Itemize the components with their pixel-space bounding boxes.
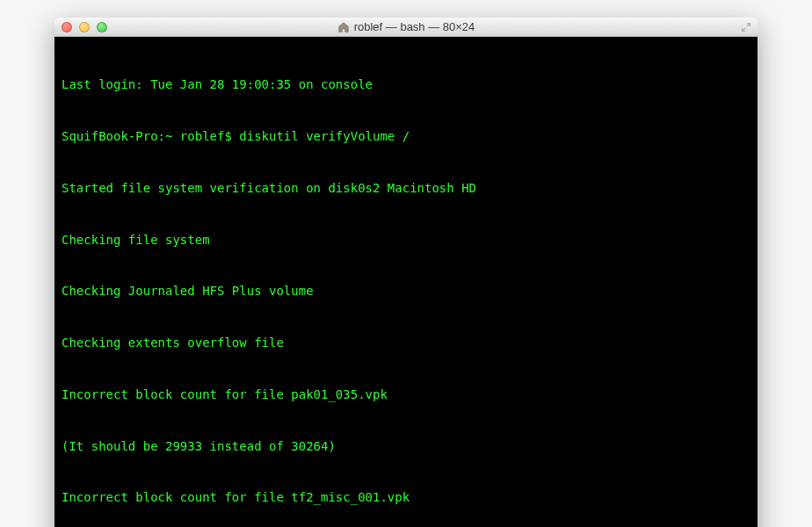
zoom-button[interactable]: [97, 22, 107, 32]
window-title: roblef — bash — 80×24: [54, 20, 758, 33]
terminal-line: SquifBook-Pro:~ roblef$ diskutil verifyV…: [62, 128, 750, 146]
traffic-lights: [62, 22, 107, 32]
titlebar[interactable]: roblef — bash — 80×24: [54, 18, 758, 37]
window-title-text: roblef — bash — 80×24: [354, 20, 475, 33]
terminal-line: Checking file system: [62, 232, 750, 249]
terminal-line: Checking extents overflow file: [62, 335, 750, 352]
terminal-window: roblef — bash — 80×24 Last login: Tue Ja…: [54, 18, 758, 527]
terminal-line: Incorrect block count for file pak01_035…: [62, 386, 750, 404]
minimize-button[interactable]: [79, 22, 90, 32]
close-button[interactable]: [62, 22, 72, 32]
terminal-line: Incorrect block count for file tf2_misc_…: [62, 489, 750, 507]
fullscreen-icon[interactable]: [740, 21, 752, 33]
terminal-line: (It should be 29933 instead of 30264): [62, 438, 750, 456]
terminal-output[interactable]: Last login: Tue Jan 28 19:00:35 on conso…: [54, 37, 758, 527]
terminal-line: Checking Journaled HFS Plus volume: [62, 283, 750, 300]
terminal-line: Last login: Tue Jan 28 19:00:35 on conso…: [62, 76, 750, 94]
terminal-line: Started file system verification on disk…: [62, 180, 750, 198]
home-icon: [337, 21, 350, 33]
